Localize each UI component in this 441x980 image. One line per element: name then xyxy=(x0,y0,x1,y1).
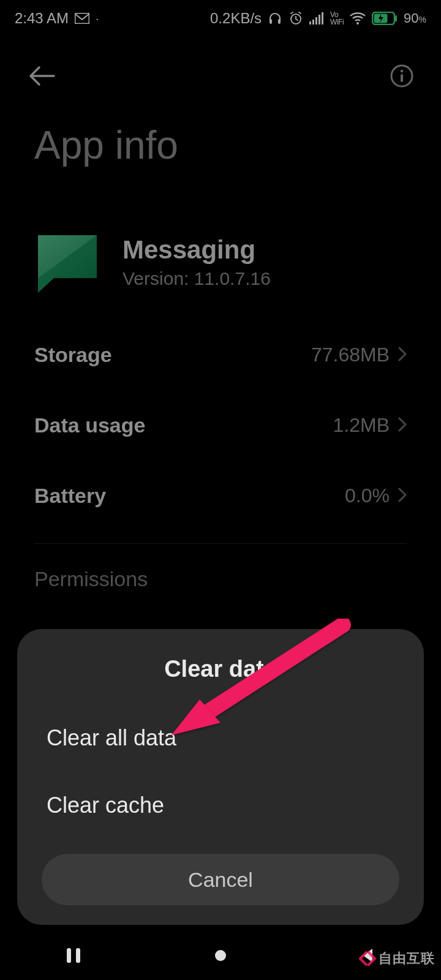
recents-icon xyxy=(67,948,80,963)
watermark-icon xyxy=(359,951,376,966)
home-button[interactable] xyxy=(184,940,257,971)
svg-rect-17 xyxy=(76,948,80,963)
watermark-text: 自由互联 xyxy=(379,949,435,968)
home-icon xyxy=(214,949,227,962)
dialog-title: Clear data xyxy=(42,656,399,682)
clear-data-dialog: Clear data Clear all data Clear cache Ca… xyxy=(17,629,424,925)
svg-point-18 xyxy=(215,950,226,961)
cancel-button[interactable]: Cancel xyxy=(42,854,399,905)
clear-all-data-option[interactable]: Clear all data xyxy=(42,704,399,772)
svg-rect-16 xyxy=(67,948,71,963)
clear-cache-option[interactable]: Clear cache xyxy=(42,772,399,839)
watermark: 自由互联 xyxy=(359,949,435,968)
recents-button[interactable] xyxy=(37,940,110,971)
